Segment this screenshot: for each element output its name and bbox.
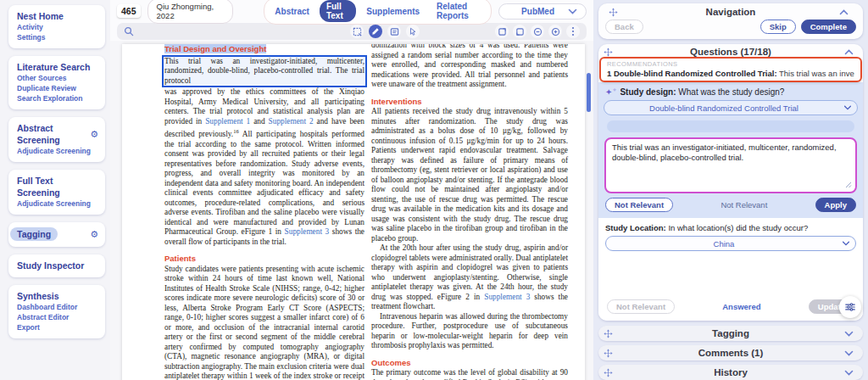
apply-button[interactable]: Apply <box>815 198 856 212</box>
paragraph: At the 20th hour after using the study d… <box>371 243 568 312</box>
chevron-down-icon <box>842 241 850 246</box>
chevron-up-icon[interactable] <box>839 9 849 15</box>
move-icon[interactable] <box>604 368 613 377</box>
paragraph: Study candidates were patients presentin… <box>164 265 364 380</box>
sidebar-group-literature-search: Literature Search Other Sources Duplicat… <box>8 56 105 109</box>
sidebar-item-activity[interactable]: Activity <box>17 22 98 32</box>
fit-width-icon[interactable] <box>495 25 509 38</box>
tagging-section: Tagging <box>598 326 863 341</box>
chevron-down-icon <box>843 105 852 110</box>
tab-abstract[interactable]: Abstract <box>268 5 316 18</box>
kebab-menu-icon[interactable] <box>566 25 580 38</box>
pdf-viewer: Trial Design and Oversight This trial wa… <box>110 41 593 380</box>
sidebar-item-study-inspector[interactable]: Study Inspector <box>17 260 98 271</box>
study-citation: Qiu Zhongming, 2022 <box>147 0 234 24</box>
source-dropdown[interactable]: PubMed <box>498 3 587 20</box>
question-prompt: In what location(s) did the study occur? <box>666 223 808 232</box>
question-text: Study design: What was the study design? <box>620 87 784 97</box>
sidebar: Nest Home Activity Settings Literature S… <box>0 0 110 380</box>
sidebar-item-synthesis[interactable]: Synthesis <box>17 290 98 302</box>
not-relevant-button[interactable]: Not Relevant <box>605 198 673 212</box>
question-text: Study Location: In what location(s) did … <box>605 223 856 232</box>
sidebar-item-adjudicate-screening-fulltext[interactable]: Adjudicate Screening <box>17 198 98 209</box>
history-section-title[interactable]: History <box>617 367 844 377</box>
sidebar-item-other-sources[interactable]: Other Sources <box>17 73 98 83</box>
question-study-location: Study Location: In what location(s) did … <box>598 218 863 321</box>
question-study-design: ✦✧ Study design: What was the study desi… <box>598 82 863 218</box>
question-label: Study Location: <box>605 223 666 232</box>
cursor-icon[interactable] <box>406 25 420 38</box>
recommendations-box[interactable]: RECOMMENDATIONS 1 Double-blind Randomize… <box>599 57 862 82</box>
not-relevant-button-disabled[interactable]: Not Relevant <box>607 299 675 314</box>
tab-related-reports[interactable]: Related Reports <box>430 0 487 22</box>
recommendation-evidence-preview: This trial was an investigator-ir <box>777 69 854 78</box>
study-design-dropdown[interactable]: Double-blind Randomized Controlled Trial <box>604 100 858 115</box>
zoom-out-icon[interactable] <box>531 25 544 38</box>
chevron-down-icon[interactable] <box>844 370 854 376</box>
section-heading-trial-design: Trial Design and Oversight <box>164 44 266 53</box>
sidebar-item-export[interactable]: Export <box>17 322 98 332</box>
source-dropdown-value: PubMed <box>521 7 554 16</box>
chevron-down-icon[interactable] <box>844 350 854 356</box>
secondary-answer-bar[interactable] <box>607 120 854 132</box>
sidebar-item-abstract-editor[interactable]: Abstract Editor <box>17 312 98 322</box>
skip-button[interactable]: Skip <box>760 20 796 34</box>
fit-page-icon[interactable] <box>513 25 526 38</box>
tagging-section-title[interactable]: Tagging <box>617 328 844 338</box>
gear-icon[interactable]: ⚙ <box>90 230 98 238</box>
pdf-toolbar <box>117 23 587 40</box>
study-location-dropdown-value: China <box>606 239 842 249</box>
recommendation-item[interactable]: 1 Double-blind Randomized Controlled Tri… <box>607 69 854 78</box>
view-tabs: Abstract Full Text Supplements Related R… <box>264 0 492 25</box>
recommendation-answer: 1 Double-blind Randomized Controlled Tri… <box>607 69 777 78</box>
article-left-column: Trial Design and Oversight This trial wa… <box>164 44 364 380</box>
sidebar-item-duplicate-review[interactable]: Duplicate Review <box>17 83 98 93</box>
paragraph: Intravenous heparin was allowed during t… <box>371 312 568 351</box>
complete-button[interactable]: Complete <box>801 20 856 34</box>
article-right-column: domization with block sizes of 4 was use… <box>371 44 568 380</box>
sidebar-item-search-exploration[interactable]: Search Exploration <box>17 93 98 103</box>
text-select-icon[interactable] <box>387 25 401 38</box>
sidebar-item-adjudicate-screening-abstract[interactable]: Adjudicate Screening <box>17 146 98 156</box>
question-settings-button[interactable] <box>839 296 861 318</box>
sidebar-item-settings[interactable]: Settings <box>17 32 98 42</box>
history-section: History <box>598 365 863 380</box>
tab-full-text[interactable]: Full Text <box>320 0 356 22</box>
selected-text-highlight[interactable]: This trial was an investigator-initiated… <box>162 55 367 88</box>
back-button[interactable]: Back <box>605 20 643 34</box>
move-icon[interactable] <box>604 349 613 358</box>
pdf-scrollbar-thumb[interactable] <box>587 73 591 112</box>
study-id-badge: 465 <box>117 4 141 18</box>
evidence-textarea[interactable]: This trial was an investigator-initiated… <box>604 137 857 193</box>
questions-title: Questions (17/18) <box>617 47 844 57</box>
study-header: 465 Qiu Zhongming, 2022 Abstract Full Te… <box>110 0 593 22</box>
move-icon[interactable] <box>604 48 613 57</box>
sidebar-item-nest-home[interactable]: Nest Home <box>17 10 98 22</box>
gear-icon[interactable]: ⚙ <box>90 130 98 138</box>
study-design-dropdown-value: Double-blind Randomized Controlled Trial <box>604 103 843 113</box>
comments-section-title[interactable]: Comments (1) <box>617 348 844 358</box>
chevron-up-icon[interactable] <box>844 49 854 55</box>
sidebar-item-full-text-screening[interactable]: Full Text Screening <box>17 175 98 198</box>
section-heading-interventions: Interventions <box>371 97 568 107</box>
highlighter-pen-icon[interactable] <box>369 25 382 38</box>
move-icon[interactable] <box>609 8 618 17</box>
marquee-select-icon[interactable] <box>350 25 364 38</box>
sidebar-group-synthesis: Synthesis Dashboard Editor Abstract Edit… <box>8 285 105 338</box>
zoom-in-icon[interactable] <box>548 25 562 38</box>
navigation-title: Navigation <box>622 7 839 17</box>
search-icon[interactable] <box>124 26 134 36</box>
chevron-down-icon <box>568 8 577 14</box>
sparkle-icon: ✦✧ <box>605 87 616 97</box>
tab-supplements[interactable]: Supplements <box>359 5 426 18</box>
chevron-down-icon[interactable] <box>844 331 854 337</box>
sidebar-item-abstract-screening[interactable]: Abstract Screening <box>17 122 90 146</box>
sidebar-item-tagging[interactable]: Tagging <box>10 227 58 241</box>
resize-grip-icon[interactable] <box>845 182 852 188</box>
study-location-dropdown[interactable]: China <box>605 236 856 251</box>
sidebar-item-dashboard-editor[interactable]: Dashboard Editor <box>17 302 98 312</box>
sidebar-item-literature-search[interactable]: Literature Search <box>17 61 98 73</box>
move-icon[interactable] <box>604 329 613 338</box>
paragraph: domization with block sizes of 4 was use… <box>371 44 568 90</box>
article-page: Trial Design and Oversight This trial wa… <box>122 44 585 380</box>
